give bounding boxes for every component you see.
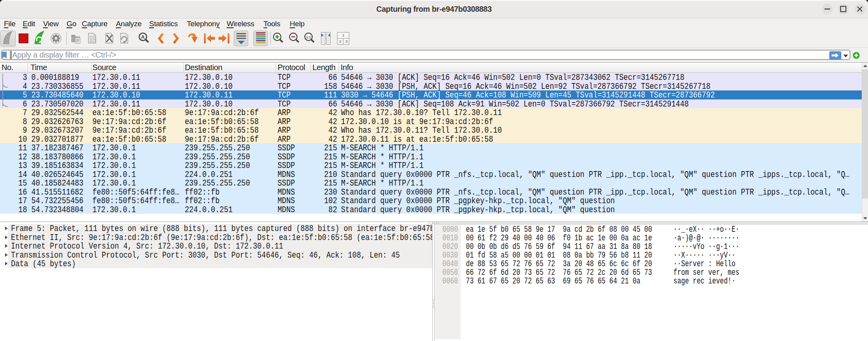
svg-text:1:1: 1:1 xyxy=(306,35,311,39)
svg-text:3: 3 xyxy=(345,40,347,43)
svg-text:0011: 0011 xyxy=(90,40,96,43)
svg-text:A: A xyxy=(141,34,145,40)
svg-text:1: 1 xyxy=(342,33,344,37)
svg-text:2: 2 xyxy=(339,40,341,43)
